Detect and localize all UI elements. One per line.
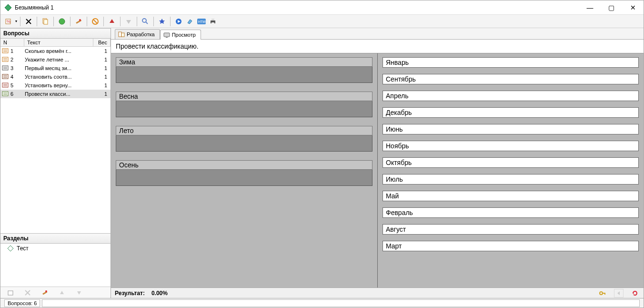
item-row[interactable]: Март — [382, 241, 639, 251]
svg-rect-56 — [604, 293, 605, 295]
svg-rect-24 — [2, 49, 8, 53]
question-row[interactable]: 5Установить верну...1 — [0, 81, 111, 90]
item-row[interactable]: Июнь — [382, 124, 639, 134]
new-question-button[interactable]: % — [3, 16, 14, 27]
item-row[interactable]: Сентябрь — [382, 74, 639, 84]
category-label: Осень — [116, 160, 372, 170]
question-row[interactable]: 4Установить соотв...1 — [0, 72, 111, 81]
item-row[interactable]: Ноябрь — [382, 141, 639, 151]
svg-rect-51 — [121, 33, 124, 37]
refresh-icon[interactable] — [630, 289, 640, 298]
svg-marker-48 — [60, 291, 64, 294]
question-row[interactable]: 2Укажите летние ...1 — [0, 55, 111, 64]
item-row[interactable]: Январь — [382, 57, 639, 68]
question-weight: 1 — [95, 82, 109, 88]
question-type-icon — [2, 56, 10, 63]
play-button[interactable] — [173, 16, 184, 27]
up-button[interactable] — [107, 16, 117, 27]
question-type-icon — [2, 82, 10, 89]
item-row[interactable]: Июль — [382, 174, 639, 185]
svg-point-14 — [142, 19, 146, 22]
svg-rect-30 — [2, 66, 8, 70]
titlebar: Безымянный 1 — ▢ ✕ — [0, 0, 644, 15]
tab-develop[interactable]: Разработка — [115, 29, 160, 39]
item-row[interactable]: Декабрь — [382, 107, 639, 118]
question-weight: 1 — [95, 48, 109, 54]
item-row[interactable]: Май — [382, 191, 639, 201]
run-button[interactable] — [57, 16, 67, 27]
left-bottom-toolbar — [0, 287, 111, 298]
delete-button[interactable] — [23, 16, 34, 27]
delete-section-button[interactable] — [22, 287, 33, 298]
section-tools-button[interactable] — [40, 287, 50, 298]
category-dropzone[interactable] — [116, 101, 372, 117]
statusbar: Вопросов: 6 — [0, 298, 644, 308]
svg-point-9 — [79, 19, 81, 21]
question-weight: 1 — [95, 57, 109, 62]
tab-view[interactable]: Просмотр — [160, 30, 201, 40]
stop-button[interactable] — [90, 16, 101, 27]
down-button[interactable] — [123, 16, 134, 27]
new-dropdown[interactable]: ▾ — [15, 19, 17, 23]
question-row[interactable]: 1Сколько времён г...1 — [0, 47, 111, 55]
svg-rect-36 — [2, 83, 8, 87]
question-row[interactable]: 6Провести класси...1 — [0, 90, 111, 98]
svg-rect-33 — [2, 74, 8, 79]
tabs: Разработка Просмотр — [111, 28, 644, 40]
item-row[interactable]: Апрель — [382, 91, 639, 101]
question-weight: 1 — [95, 91, 109, 97]
print-button[interactable] — [208, 16, 218, 27]
category-dropzone[interactable] — [116, 170, 372, 186]
copy-button[interactable] — [40, 16, 50, 27]
html-button[interactable]: HTML — [196, 16, 207, 27]
category-block: Осень — [116, 160, 372, 186]
search-button[interactable] — [140, 16, 151, 27]
section-icon — [7, 245, 14, 252]
item-row[interactable]: Февраль — [382, 207, 639, 218]
minimize-button[interactable]: — — [579, 0, 601, 14]
svg-line-15 — [146, 22, 148, 24]
clean-button[interactable] — [185, 16, 195, 27]
svg-line-11 — [93, 20, 97, 23]
maximize-button[interactable]: ▢ — [601, 0, 622, 14]
col-weight[interactable]: Вес — [93, 39, 111, 46]
question-text-cell: Установить верну... — [25, 82, 95, 88]
category-dropzone[interactable] — [116, 135, 372, 152]
svg-marker-16 — [159, 19, 165, 24]
question-number: 5 — [10, 82, 25, 88]
close-button[interactable]: ✕ — [622, 0, 644, 14]
item-row[interactable]: Август — [382, 224, 639, 235]
status-count: Вопросов: 6 — [4, 299, 40, 307]
tab-view-label: Просмотр — [172, 32, 196, 38]
status-spacer — [42, 299, 640, 307]
col-n[interactable]: N — [0, 39, 24, 46]
category-label: Лето — [116, 126, 372, 135]
section-down-button[interactable] — [74, 287, 84, 298]
favorite-button[interactable] — [157, 16, 167, 27]
item-row[interactable]: Октябрь — [382, 157, 639, 168]
question-type-icon — [2, 73, 10, 80]
svg-rect-50 — [119, 32, 121, 37]
result-label: Результат: — [115, 290, 145, 297]
section-item[interactable]: Тест — [0, 244, 111, 253]
window-title: Безымянный 1 — [15, 4, 579, 11]
svg-rect-27 — [2, 57, 8, 62]
key-icon[interactable] — [598, 289, 607, 298]
classify-area: ЗимаВеснаЛетоОсень ЯнварьСентябрьАпрельД… — [111, 53, 644, 287]
category-dropzone[interactable] — [116, 67, 372, 83]
section-up-button[interactable] — [57, 287, 67, 298]
question-list: N Текст Вес 1Сколько времён г...12Укажит… — [0, 39, 111, 233]
tools-button[interactable] — [73, 16, 84, 27]
question-weight: 1 — [95, 74, 109, 80]
prev-icon[interactable] — [614, 289, 624, 298]
question-row[interactable]: 3Первый месяц зи...1 — [0, 64, 111, 72]
col-text[interactable]: Текст — [24, 39, 93, 46]
svg-rect-52 — [164, 33, 170, 37]
tab-develop-label: Разработка — [127, 31, 155, 37]
svg-text:HTML: HTML — [198, 20, 206, 23]
svg-point-7 — [59, 19, 65, 24]
svg-marker-42 — [8, 246, 13, 251]
new-section-button[interactable] — [5, 287, 16, 298]
question-type-icon — [2, 65, 10, 72]
svg-rect-6 — [44, 20, 48, 24]
